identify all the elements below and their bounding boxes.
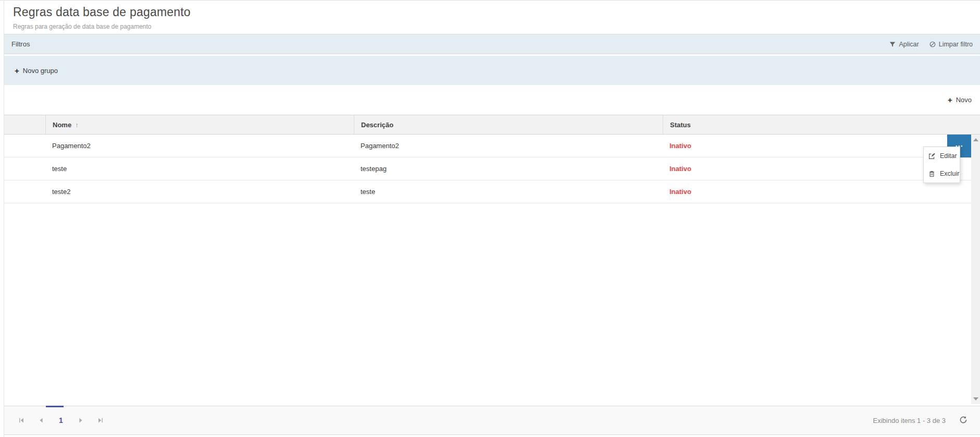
- sort-asc-icon: ↑: [75, 121, 79, 129]
- current-page-indicator: [46, 406, 64, 407]
- page-title: Regras data base de pagamento: [13, 5, 980, 19]
- new-record-button[interactable]: + Novo: [948, 96, 972, 104]
- scroll-down-icon[interactable]: [973, 397, 978, 400]
- grid-header-row: Nome ↑ Descrição Status: [4, 115, 980, 135]
- cell-descricao: testepag: [354, 165, 663, 173]
- grid-header-spacer: [4, 115, 45, 134]
- column-header-descricao[interactable]: Descrição: [354, 115, 663, 134]
- next-page-button[interactable]: [71, 412, 91, 428]
- page-header: Regras data base de pagamento Regras par…: [4, 1, 980, 34]
- filter-builder-panel: + Novo grupo: [4, 56, 980, 85]
- page-root: Regras data base de pagamento Regras par…: [0, 0, 980, 437]
- clear-filter-label: Limpar filtro: [939, 41, 973, 48]
- clear-filter-button[interactable]: Limpar filtro: [929, 41, 973, 48]
- vertical-scrollbar[interactable]: [971, 135, 980, 404]
- plus-icon: +: [15, 67, 19, 75]
- cell-nome: teste2: [45, 188, 354, 196]
- scroll-up-icon[interactable]: [973, 138, 978, 141]
- cell-descricao: Pagamento2: [354, 142, 663, 150]
- edit-icon: [928, 153, 935, 160]
- plus-icon: +: [948, 96, 952, 104]
- filter-actions: Aplicar Limpar filtro: [889, 41, 973, 48]
- menu-item-excluir[interactable]: Excluir: [924, 165, 960, 183]
- new-filter-group-button[interactable]: + Novo grupo: [15, 67, 58, 75]
- status-badge: Inativo: [663, 188, 980, 196]
- first-page-button[interactable]: [11, 412, 31, 428]
- column-header-status-label: Status: [670, 121, 691, 129]
- row-actions-menu: Editar Excluir: [923, 147, 960, 183]
- last-page-button[interactable]: [91, 412, 110, 428]
- refresh-icon: [959, 416, 967, 426]
- cell-nome: Pagamento2: [45, 142, 354, 150]
- filters-bar: Filtros Aplicar Limpar filtro: [4, 34, 980, 54]
- previous-page-button[interactable]: [31, 412, 51, 428]
- menu-item-excluir-label: Excluir: [940, 170, 960, 177]
- filters-label: Filtros: [11, 40, 30, 48]
- page-subtitle: Regras para geração de data base de paga…: [13, 23, 980, 30]
- refresh-button[interactable]: [959, 416, 967, 426]
- column-header-nome[interactable]: Nome ↑: [45, 115, 354, 134]
- table-row[interactable]: teste2 teste Inativo: [4, 180, 980, 203]
- new-filter-group-label: Novo grupo: [23, 67, 58, 75]
- new-record-label: Novo: [956, 96, 972, 104]
- table-row[interactable]: teste testepag Inativo: [4, 157, 980, 180]
- pager-info: Exibindo itens 1 - 3 de 3: [873, 417, 946, 424]
- menu-item-editar-label: Editar: [940, 152, 957, 160]
- grid-toolbar: + Novo: [4, 85, 980, 115]
- data-grid: Nome ↑ Descrição Status Pagamento2 Pagam…: [4, 115, 980, 203]
- pager-right-group: Exibindo itens 1 - 3 de 3: [873, 416, 973, 426]
- cell-nome: teste: [45, 165, 354, 173]
- filter-funnel-icon: [889, 41, 896, 47]
- cancel-circle-icon: [929, 41, 936, 47]
- cell-descricao: teste: [354, 188, 663, 196]
- trash-icon: [928, 171, 935, 177]
- column-header-descricao-label: Descrição: [361, 121, 393, 129]
- column-header-status[interactable]: Status: [663, 115, 980, 134]
- menu-item-editar[interactable]: Editar: [924, 147, 960, 165]
- apply-filter-button[interactable]: Aplicar: [889, 41, 919, 48]
- apply-filter-label: Aplicar: [899, 41, 919, 48]
- column-header-nome-label: Nome: [53, 121, 71, 129]
- page-number[interactable]: 1: [51, 416, 71, 424]
- pager-bar: 1 Exibindo itens 1 - 3 de 3: [4, 406, 980, 435]
- table-row[interactable]: Pagamento2 Pagamento2 Inativo: [4, 135, 980, 157]
